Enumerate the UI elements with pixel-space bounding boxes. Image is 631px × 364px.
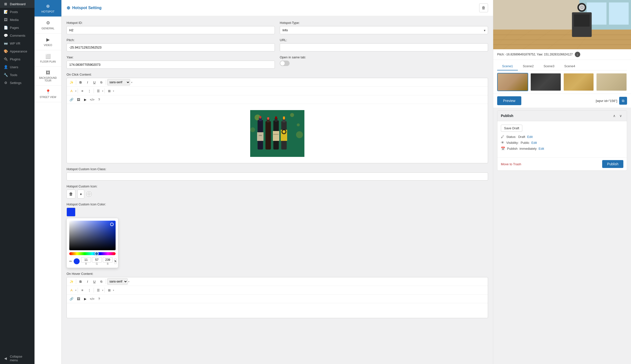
hotspot-id-input[interactable] (67, 26, 275, 34)
sidebar-item-label: Collapse menu (10, 355, 31, 362)
hover-toolbar-code-btn[interactable]: </> (89, 296, 95, 302)
status-edit-link[interactable]: Edit (527, 135, 533, 139)
hover-toolbar-magic-btn[interactable]: ✨ (68, 278, 75, 285)
scene-tab-3[interactable]: Scene3 (539, 62, 559, 70)
sidebar-item-media[interactable]: 🖼 Media (0, 16, 35, 24)
editor-content[interactable]: JONS BOURGOG (67, 104, 488, 163)
sidebar-item-settings[interactable]: ⚙ Settings (0, 79, 35, 87)
toolbar-strikethrough-btn[interactable]: S (98, 79, 105, 86)
color-hue-cursor[interactable] (95, 252, 99, 256)
save-draft-button[interactable]: Save Draft (501, 124, 522, 132)
open-same-tab-toggle[interactable] (280, 60, 290, 66)
scene-thumb-1-img (498, 74, 528, 91)
toolbar-italic-btn[interactable]: I (84, 79, 91, 86)
hover-toolbar-embed-btn[interactable]: ▶ (82, 296, 89, 302)
hover-toolbar-align-btn[interactable]: ☰ (95, 287, 102, 293)
toolbar-table-btn[interactable]: ⊞ (106, 88, 112, 94)
scene-thumb-2[interactable] (530, 73, 561, 91)
delete-hotspot-button[interactable]: 🗑 (479, 4, 488, 12)
hover-toolbar-color-btn[interactable]: A (68, 287, 75, 293)
color-swatch[interactable] (67, 208, 75, 216)
editor-toolbar-row1: ✨ B I U S sans-serif serif monospace ▾ (67, 78, 488, 87)
sidebar-item-collapse[interactable]: ◀ Collapse menu (0, 353, 35, 364)
publish-collapse-down-button[interactable]: ∨ (618, 113, 623, 118)
form-group-custom-icon: Hotspot Custom Icon: 🗑 ▾ ⓘ (67, 184, 488, 198)
hover-toolbar-strikethrough-btn[interactable]: S (98, 278, 105, 285)
eyedropper-icon[interactable]: ✏ (69, 259, 72, 263)
panel-item-street-view[interactable]: 📍 STREET VIEW (35, 86, 61, 102)
hover-toolbar-table-btn[interactable]: ⊞ (106, 287, 112, 293)
toolbar-align-btn[interactable]: ☰ (95, 88, 102, 94)
preview-button[interactable]: Preview (497, 96, 521, 105)
scene-tab-1[interactable]: Scene1 (497, 62, 518, 70)
toolbar-font-select[interactable]: sans-serif serif monospace (107, 79, 130, 86)
publish-button[interactable]: Publish (602, 160, 623, 168)
sidebar-item-tools[interactable]: 🔧 Tools (0, 71, 35, 79)
icon-info-button[interactable]: ⓘ (86, 191, 92, 197)
pitch-input[interactable] (67, 43, 275, 52)
collapse-icon: ◀ (4, 356, 8, 360)
toolbar-embed-btn[interactable]: ▶ (82, 96, 89, 103)
panel-item-hotspot[interactable]: ⊕ HOTSPOT (35, 0, 61, 17)
toolbar-image-btn[interactable]: 🖼 (75, 96, 82, 103)
custom-icon-class-input[interactable] (67, 172, 488, 180)
panel-item-general[interactable]: ⚙ GENERAL (35, 17, 61, 34)
toolbar-magic-btn[interactable]: ✨ (68, 79, 75, 86)
download-button[interactable]: ↓ (575, 52, 580, 57)
scene-thumb-4[interactable] (596, 73, 627, 91)
publish-collapse-up-button[interactable]: ∧ (611, 113, 617, 118)
hover-editor-content[interactable] (67, 303, 488, 318)
scene-thumb-3[interactable] (563, 73, 594, 91)
scene-tab-4[interactable]: Scene4 (559, 62, 580, 70)
yaw-input[interactable] (67, 60, 275, 69)
hover-toolbar-ol-btn[interactable]: ⋮ (86, 287, 92, 293)
toolbar-underline-btn[interactable]: U (91, 79, 98, 86)
color-b-input[interactable] (103, 257, 113, 262)
color-r-input[interactable] (81, 257, 91, 262)
sidebar-item-wpvr[interactable]: 🥽 WP VR (0, 40, 35, 47)
toolbar-bold-btn[interactable]: B (77, 79, 84, 86)
sidebar-item-pages[interactable]: 📄 Pages (0, 24, 35, 32)
hotspot-type-select[interactable]: Info URL Scene Video (280, 26, 488, 34)
hover-toolbar-italic-btn[interactable]: I (84, 278, 91, 285)
toolbar-color-btn[interactable]: A (68, 88, 75, 94)
publish-timing-edit-link[interactable]: Edit (539, 147, 544, 150)
sidebar-item-appearance[interactable]: 🎨 Appearance (0, 47, 35, 55)
hover-toolbar-underline-btn[interactable]: U (91, 278, 98, 285)
sidebar-item-plugins[interactable]: 🔌 Plugins (0, 55, 35, 63)
custom-icon-class-label: Hotspot Custom Icon Class: (67, 167, 488, 171)
sidebar-item-label: Appearance (10, 50, 27, 53)
hover-toolbar-ul-btn[interactable]: ≡ (79, 287, 86, 293)
hover-toolbar-font-select[interactable]: sans-serif (107, 278, 128, 285)
color-g-input[interactable] (92, 257, 102, 262)
scene-thumb-1[interactable] (497, 73, 528, 91)
visibility-edit-link[interactable]: Edit (531, 141, 537, 144)
color-gradient-area[interactable] (69, 221, 116, 250)
icon-dropdown-button[interactable]: ▾ (77, 190, 84, 198)
panel-item-video[interactable]: ▶ VIDEO (35, 34, 61, 50)
status-value: Draft (518, 135, 525, 139)
move-to-trash-link[interactable]: Move to Trash (501, 162, 521, 166)
color-hue-bar[interactable] (69, 252, 116, 255)
scene-tab-2[interactable]: Scene2 (518, 62, 539, 70)
toolbar-link-btn[interactable]: 🔗 (68, 96, 75, 103)
panel-item-floor-plan[interactable]: ⬜ FLOOR PLAN (35, 50, 61, 67)
toolbar-code-btn[interactable]: </> (89, 96, 95, 103)
sidebar-item-dashboard[interactable]: ⊞ Dashboard (0, 0, 35, 8)
panel-item-background-tour[interactable]: 🖼 BACKGROUND TOUR (35, 67, 61, 86)
hover-toolbar-help-btn[interactable]: ? (96, 296, 102, 302)
hover-toolbar-bold-btn[interactable]: B (77, 278, 84, 285)
hover-toolbar-image-btn[interactable]: 🖼 (75, 296, 82, 302)
toolbar-help-btn[interactable]: ? (96, 96, 102, 103)
color-mode-toggle[interactable]: ⇅ (114, 258, 117, 264)
color-gradient-cursor[interactable] (110, 223, 114, 226)
copy-shortcode-button[interactable]: ⧉ (619, 97, 627, 105)
url-input[interactable] (280, 43, 488, 52)
toolbar-unordered-list-btn[interactable]: ≡ (79, 88, 86, 94)
hover-toolbar-link-btn[interactable]: 🔗 (68, 296, 75, 302)
sidebar-item-comments[interactable]: 💬 Comments (0, 32, 35, 40)
sidebar-item-users[interactable]: 👤 Users (0, 63, 35, 71)
icon-picker-box[interactable]: 🗑 (67, 190, 75, 198)
sidebar-item-posts[interactable]: 📝 Posts (0, 8, 35, 16)
toolbar-ordered-list-btn[interactable]: ⋮ (86, 88, 92, 94)
